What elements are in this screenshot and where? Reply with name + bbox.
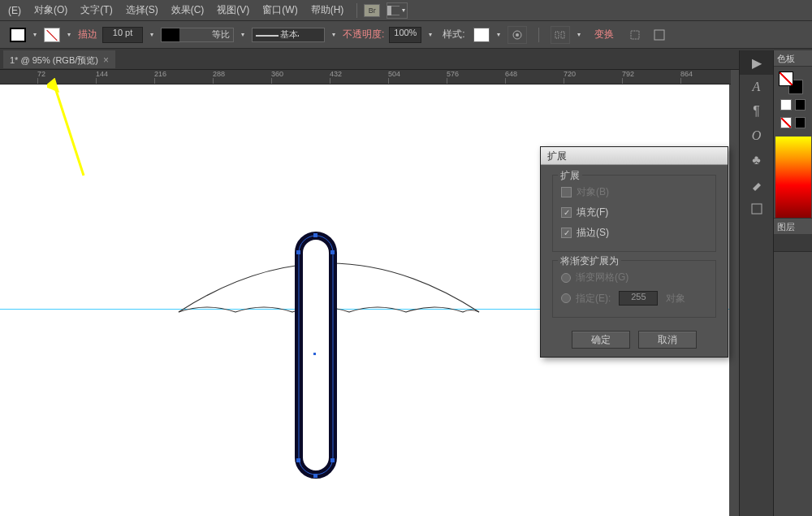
stroke-weight-input[interactable]: 10 pt — [102, 27, 143, 43]
brush-icon — [750, 178, 763, 191]
fill-stroke-swatches[interactable] — [779, 72, 803, 94]
ruler-tick: 648 — [505, 70, 517, 78]
color-spectrum[interactable] — [775, 137, 811, 218]
color-mode-none[interactable] — [780, 117, 792, 128]
horizontal-ruler[interactable]: 72144216288360432504576648720792864936 — [0, 70, 731, 85]
specify-unit: 对象 — [666, 292, 685, 306]
svg-rect-8 — [313, 233, 317, 237]
chevron-down-icon[interactable]: ▾ — [65, 31, 73, 39]
layout-button[interactable]: ▾ — [387, 2, 408, 19]
menu-select[interactable]: 选择(S) — [119, 0, 165, 20]
dialog-title[interactable]: 扩展 — [541, 147, 728, 165]
artboard-icon — [750, 202, 763, 215]
align-button[interactable] — [551, 26, 570, 44]
swatches-panel-header[interactable]: 色板 — [774, 50, 812, 67]
width-profile-dropdown[interactable]: 等比 — [161, 28, 234, 42]
expand-dialog: 扩展 扩展 对象(B) 填充(F) 描边(S) 将渐变扩展为 渐变网格(G) — [540, 146, 728, 358]
recolor-button[interactable] — [508, 26, 527, 44]
isolate-button[interactable] — [625, 26, 645, 44]
fill-checkbox[interactable] — [561, 207, 572, 218]
ruler-tick: 504 — [388, 70, 400, 78]
artboards-panel-icon[interactable] — [740, 197, 773, 221]
document-tab-bar: 1* @ 95% (RGB/预览) × — [0, 49, 812, 70]
fill-color-swatch[interactable] — [779, 72, 793, 86]
ruler-tick: 144 — [96, 70, 108, 78]
opacity-label: 不透明度: — [343, 28, 384, 41]
stroke-swatch[interactable] — [44, 28, 60, 42]
svg-rect-7 — [654, 30, 664, 40]
menu-window[interactable]: 窗口(W) — [256, 0, 304, 20]
menu-help[interactable]: 帮助(H) — [304, 0, 351, 20]
chevron-down-icon[interactable]: ▾ — [239, 31, 247, 39]
style-label: 样式: — [439, 28, 468, 41]
svg-rect-6 — [631, 31, 639, 39]
ruler-tick: 432 — [330, 70, 342, 78]
options-separator — [538, 28, 539, 42]
brushes-panel-icon[interactable] — [740, 172, 773, 197]
ruler-tick: 720 — [564, 70, 576, 78]
brush-profile-dropdown[interactable]: 基本 — [252, 28, 325, 42]
bridge-button[interactable]: Br — [364, 4, 380, 17]
options-bar: ▾ ▾ 描边 10 pt ▾ 等比 ▾ 基本 ▾ 不透明度: 100% ▾ 样式… — [0, 21, 812, 49]
recolor-icon — [512, 29, 523, 41]
isolate-mask-button[interactable] — [650, 26, 669, 44]
align-icon — [555, 29, 566, 41]
menu-bar: (E) 对象(O) 文字(T) 选择(S) 效果(C) 视图(V) 窗口(W) … — [0, 0, 812, 21]
layout-icon — [387, 6, 400, 15]
menu-effect[interactable]: 效果(C) — [165, 0, 211, 20]
ruler-tick: 288 — [213, 70, 225, 78]
chevron-down-icon[interactable]: ▾ — [495, 31, 503, 39]
umbrella-artwork[interactable] — [171, 231, 487, 516]
document-tab[interactable]: 1* @ 95% (RGB/预览) × — [3, 50, 115, 68]
color-mode-solid[interactable] — [780, 99, 792, 111]
layers-panel-header[interactable]: 图层 — [774, 218, 812, 234]
isolate-icon — [629, 29, 641, 41]
chevron-down-icon[interactable]: ▾ — [31, 31, 39, 39]
fill-swatch[interactable] — [10, 28, 26, 42]
cancel-button[interactable]: 取消 — [638, 331, 697, 349]
layer-row[interactable] — [774, 234, 812, 252]
expand-fieldset: 扩展 对象(B) 填充(F) 描边(S) — [552, 175, 716, 252]
fill-checkbox-label: 填充(F) — [577, 206, 608, 219]
symbols-panel-icon[interactable]: ♣ — [740, 148, 773, 172]
chevron-down-icon[interactable]: ▾ — [148, 31, 156, 39]
chevron-down-icon[interactable]: ▾ — [426, 31, 434, 39]
mesh-radio-label: 渐变网格(G) — [576, 271, 628, 284]
object-checkbox-label: 对象(B) — [577, 185, 609, 199]
ok-button[interactable]: 确定 — [572, 331, 630, 349]
svg-rect-12 — [296, 458, 300, 462]
color-mode-gradient[interactable] — [795, 99, 806, 111]
menu-text[interactable]: 文字(T) — [74, 0, 119, 20]
paragraph-panel-icon[interactable]: ¶ — [740, 99, 773, 124]
style-swatch[interactable] — [473, 28, 490, 42]
mesh-radio — [561, 273, 571, 283]
menu-view[interactable]: 视图(V) — [210, 0, 256, 20]
ruler-tick: 216 — [154, 70, 166, 78]
svg-rect-1 — [387, 6, 391, 15]
type-panel-icon[interactable]: A — [740, 75, 773, 99]
play-panel-icon[interactable]: ▶ — [740, 50, 773, 75]
chevron-down-icon[interactable]: ▾ — [330, 31, 338, 39]
menu-edit[interactable]: (E) — [2, 2, 28, 20]
svg-rect-4 — [555, 32, 559, 38]
menu-object[interactable]: 对象(O) — [28, 0, 74, 20]
opacity-input[interactable]: 100% — [389, 27, 421, 43]
specify-input: 255 — [619, 291, 658, 306]
ruler-tick: 72 — [37, 70, 45, 78]
chevron-down-icon: ▾ — [400, 7, 407, 15]
ruler-tick: 792 — [622, 70, 634, 78]
specify-radio-label: 指定(E): — [576, 292, 611, 306]
expand-legend: 扩展 — [558, 169, 582, 183]
color-mode-swatch[interactable] — [795, 117, 806, 128]
chevron-down-icon[interactable]: ▾ — [575, 31, 583, 39]
ruler-tick: 360 — [271, 70, 283, 78]
mask-icon — [654, 29, 665, 41]
close-tab-icon[interactable]: × — [103, 54, 109, 66]
panels-column: 色板 图层 — [773, 50, 812, 516]
opentype-panel-icon[interactable]: O — [740, 124, 773, 148]
transform-link[interactable]: 变换 — [588, 28, 620, 41]
stroke-checkbox[interactable] — [561, 228, 572, 238]
document-title: 1* @ 95% (RGB/预览) — [10, 54, 98, 67]
stroke-label: 描边 — [78, 28, 97, 41]
panel-icons-column: ▶ A ¶ O ♣ — [739, 50, 773, 516]
